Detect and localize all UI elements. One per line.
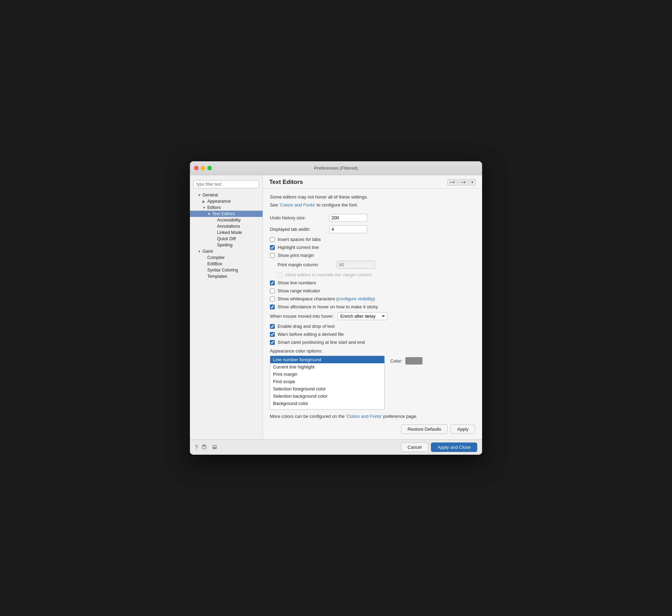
- smart-caret-checkbox[interactable]: [270, 340, 275, 345]
- show-affordance-row: Show affordance in hover on how to make …: [270, 304, 475, 309]
- show-range-checkbox[interactable]: [270, 289, 275, 293]
- preferences-window: Preferences (Filtered) ▼ General ▶ Appea…: [190, 161, 482, 455]
- menu-button[interactable]: ▾: [469, 179, 476, 186]
- color-list-item[interactable]: Line number foreground: [270, 356, 384, 363]
- sidebar-item-label: Appearance: [207, 199, 231, 204]
- show-line-numbers-row: Show line numbers: [270, 280, 475, 285]
- color-list-item[interactable]: Foreground color: [270, 407, 384, 410]
- color-swatch-label: Color:: [390, 358, 402, 364]
- allow-override-row: Allow editors to override the margin col…: [270, 272, 475, 277]
- highlight-line-label: Highlight current line: [278, 245, 319, 250]
- insert-spaces-checkbox[interactable]: [270, 237, 275, 242]
- bottom-actions: Cancel Apply and Close: [401, 443, 477, 452]
- sidebar-item-accessibility[interactable]: Accessibility: [190, 217, 263, 223]
- back-button[interactable]: ⇦▾: [447, 179, 457, 186]
- sidebar-item-label: General: [202, 193, 218, 197]
- insert-spaces-row: Insert spaces for tabs: [270, 237, 475, 242]
- close-button[interactable]: [194, 166, 199, 170]
- highlight-line-checkbox[interactable]: [270, 245, 275, 250]
- sidebar-item-text-editors[interactable]: ▼ Text Editors: [190, 211, 263, 217]
- tab-width-input[interactable]: [329, 225, 367, 233]
- show-line-numbers-checkbox[interactable]: [270, 281, 275, 285]
- more-colors-suffix: preference page.: [382, 414, 417, 419]
- sidebar-item-annotations[interactable]: Annotations: [190, 223, 263, 229]
- sidebar-item-compiler[interactable]: Compiler: [190, 254, 263, 261]
- main-content: ▼ General ▶ Appearance ▼ Editors ▼ Text …: [190, 175, 482, 439]
- colors-fonts-link[interactable]: 'Colors and Fonts': [279, 202, 315, 208]
- show-affordance-checkbox[interactable]: [270, 305, 275, 309]
- bottom-bar: ? Cancel Apply and Close: [190, 439, 482, 455]
- color-options-row: Line number foreground Current line high…: [270, 356, 475, 410]
- chevron-icon: ▼: [202, 206, 207, 210]
- cancel-button[interactable]: Cancel: [401, 443, 428, 452]
- show-print-margin-label: Show print margin: [278, 253, 314, 258]
- traffic-lights: [194, 166, 212, 170]
- smart-caret-row: Smart caret positioning at line start an…: [270, 340, 475, 345]
- sidebar-item-label: Linked Mode: [217, 230, 242, 235]
- more-colors-text: More colors can be configured on the 'Co…: [270, 414, 475, 419]
- print-margin-input[interactable]: [337, 261, 375, 269]
- sidebar-item-linked-mode[interactable]: Linked Mode: [190, 229, 263, 236]
- mouse-hover-label: When mouse moved into hover:: [270, 314, 334, 319]
- apply-button[interactable]: Apply: [450, 424, 475, 434]
- color-swatch-button[interactable]: [405, 357, 423, 365]
- main-panel: Text Editors ⇦▾ ⇨▾ ▾ Some editors may no…: [263, 175, 482, 439]
- color-list-item[interactable]: Find scope: [270, 378, 384, 385]
- sidebar-item-syntax-coloring[interactable]: Syntax Coloring: [190, 267, 263, 273]
- maximize-button[interactable]: [207, 166, 212, 170]
- import-icon[interactable]: [202, 444, 208, 451]
- sidebar-item-label: Spelling: [217, 243, 232, 248]
- page-title: Text Editors: [269, 179, 303, 186]
- configure-visibility-link[interactable]: configure visibility: [338, 296, 373, 301]
- show-whitespace-checkbox[interactable]: [270, 297, 275, 301]
- sidebar-item-general[interactable]: ▼ General: [190, 192, 263, 198]
- sidebar-item-gaml[interactable]: ▼ Gaml: [190, 248, 263, 254]
- filter-input[interactable]: [193, 180, 259, 188]
- drag-drop-row: Enable drag and drop of text: [270, 324, 475, 329]
- mouse-hover-dropdown[interactable]: Enrich after delay Enrich immediately Ne…: [337, 312, 387, 320]
- color-list-item[interactable]: Selection foreground color: [270, 385, 384, 392]
- sidebar-item-label: Accessibility: [217, 218, 241, 222]
- sidebar-item-label: Syntax Coloring: [207, 268, 238, 273]
- colors-fonts-link2[interactable]: 'Colors and Fonts': [346, 414, 382, 419]
- filter-wrap: [190, 178, 263, 191]
- color-list-item[interactable]: Selection background color: [270, 392, 384, 400]
- color-options-section: Appearance color options: Line number fo…: [270, 348, 475, 410]
- sidebar-item-label: Editors: [207, 205, 221, 210]
- forward-button[interactable]: ⇨▾: [458, 179, 468, 186]
- undo-history-input[interactable]: [329, 214, 367, 222]
- sidebar-item-editors[interactable]: ▼ Editors: [190, 204, 263, 211]
- tab-width-row: Displayed tab width:: [270, 225, 475, 233]
- allow-override-checkbox[interactable]: [278, 273, 282, 277]
- sidebar-item-quick-diff[interactable]: Quick Diff: [190, 236, 263, 242]
- sidebar-item-appearance[interactable]: ▶ Appearance: [190, 198, 263, 204]
- show-print-margin-checkbox[interactable]: [270, 253, 275, 258]
- restore-defaults-button[interactable]: Restore Defaults: [401, 424, 448, 434]
- show-range-label: Show range indicator: [278, 288, 320, 293]
- chevron-icon: ▶: [202, 200, 207, 203]
- minimize-button[interactable]: [201, 166, 205, 170]
- apply-close-button[interactable]: Apply and Close: [431, 443, 477, 452]
- sidebar-item-spelling[interactable]: Spelling: [190, 242, 263, 248]
- show-line-numbers-label: Show line numbers: [278, 280, 316, 285]
- sidebar-item-label: Quick Diff: [217, 236, 236, 241]
- color-options-label: Appearance color options:: [270, 348, 475, 354]
- color-list-item[interactable]: Print margin: [270, 371, 384, 378]
- color-list-item[interactable]: Background color: [270, 400, 384, 407]
- warn-derived-row: Warn before editing a derived file: [270, 332, 475, 337]
- help-icon[interactable]: ?: [195, 444, 198, 451]
- info-line2-prefix: See: [270, 202, 279, 208]
- color-swatch-row: Color:: [390, 356, 423, 365]
- allow-override-label: Allow editors to override the margin col…: [285, 272, 372, 277]
- sidebar: ▼ General ▶ Appearance ▼ Editors ▼ Text …: [190, 175, 263, 439]
- color-list-item[interactable]: Current line highlight: [270, 363, 384, 371]
- warn-derived-checkbox[interactable]: [270, 332, 275, 337]
- drag-drop-checkbox[interactable]: [270, 324, 275, 329]
- sidebar-item-label: EditBox: [207, 261, 222, 266]
- drag-drop-label: Enable drag and drop of text: [278, 324, 335, 329]
- sidebar-item-templates[interactable]: Templates: [190, 273, 263, 279]
- sidebar-item-label: Text Editors: [212, 211, 235, 216]
- export-icon[interactable]: [213, 444, 219, 451]
- sidebar-item-editbox[interactable]: EditBox: [190, 261, 263, 267]
- inline-buttons: Restore Defaults Apply: [270, 424, 475, 434]
